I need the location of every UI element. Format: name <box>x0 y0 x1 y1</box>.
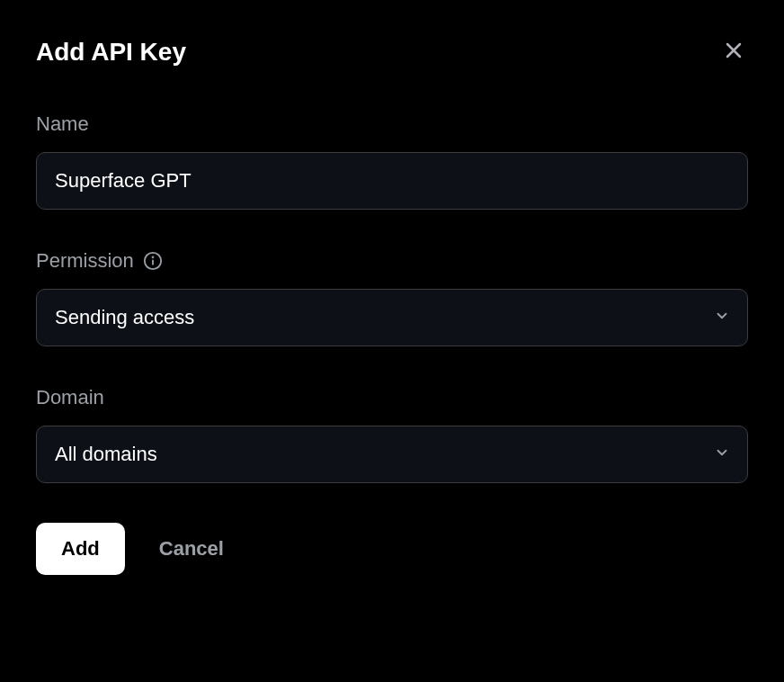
svg-point-4 <box>152 256 153 257</box>
close-icon <box>723 40 744 64</box>
modal-title: Add API Key <box>36 38 186 67</box>
permission-select-wrapper: Sending access <box>36 289 748 346</box>
domain-field-group: Domain All domains <box>36 386 748 483</box>
info-icon[interactable] <box>143 251 163 271</box>
name-label: Name <box>36 112 748 136</box>
domain-select[interactable]: All domains <box>36 426 748 483</box>
permission-select[interactable]: Sending access <box>36 289 748 346</box>
domain-label: Domain <box>36 386 748 409</box>
add-button[interactable]: Add <box>36 523 125 575</box>
modal-header: Add API Key <box>36 36 748 67</box>
domain-select-wrapper: All domains <box>36 426 748 483</box>
permission-label-text: Permission <box>36 249 134 273</box>
permission-label: Permission <box>36 249 748 273</box>
name-input[interactable] <box>36 152 748 210</box>
close-button[interactable] <box>719 36 748 67</box>
cancel-button[interactable]: Cancel <box>150 523 233 575</box>
permission-field-group: Permission Sending access <box>36 249 748 346</box>
name-field-group: Name <box>36 112 748 210</box>
button-row: Add Cancel <box>36 523 748 575</box>
